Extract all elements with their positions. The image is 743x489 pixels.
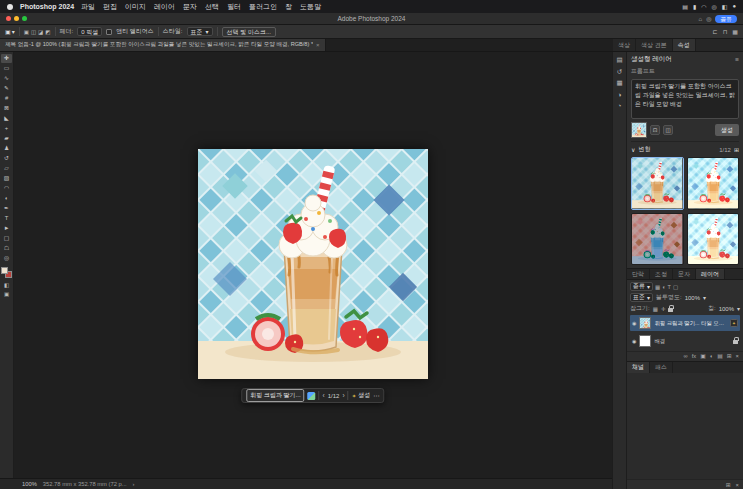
panel-tab[interactable]: 속성 [673,39,696,51]
taskbar-prompt-input[interactable]: 휘핑 크림과 딸기... [246,389,304,402]
workspace-switcher-icon[interactable]: ▦ [732,28,738,35]
healing-brush-tool[interactable]: + [1,124,12,133]
blur-tool[interactable]: ◠ [1,184,12,193]
opacity-value[interactable]: 100% [685,295,700,301]
delete-layer-icon[interactable]: × [736,354,739,360]
adjustment-layer-icon[interactable]: ◐ [710,354,714,360]
quick-selection-tool[interactable]: ✎ [1,84,12,93]
menu-item[interactable]: 창 [285,2,292,12]
panel-tab[interactable]: 조정 [650,269,673,279]
menu-item[interactable]: 선택 [205,2,219,12]
style-dropdown[interactable]: 표준▾ [187,27,213,36]
variation-grid-icon[interactable]: ◫ [663,125,673,135]
control-center-icon[interactable]: ◧ [722,3,728,10]
minimize-window-button[interactable] [14,16,19,21]
intersect-selection-icon[interactable]: ◩ [45,29,50,35]
panel-tab[interactable]: 채널 [627,362,650,373]
reference-image-icon[interactable] [308,392,316,400]
share-button[interactable]: 공유 [715,15,737,23]
menu-item[interactable]: 플러그인 [249,2,277,12]
spotlight-search-icon[interactable]: ◎ [711,3,716,10]
layer-mask-icon[interactable]: ▣ [700,354,705,360]
close-tab-icon[interactable]: × [316,42,320,48]
prompt-textarea[interactable]: 휘핑 크림과 딸기를 포함한 아이스크림 과일을 넣은 맛있는 밀크셰이크, 밝… [631,79,739,119]
document-canvas[interactable] [198,149,428,379]
display-icon[interactable]: ▤ [682,3,688,10]
menu-item[interactable]: 편집 [103,2,117,12]
feather-input[interactable]: 0 픽셀 [77,27,102,36]
layer-row-generative[interactable]: ◉ 휘핑 크림과 딸기... 타일 모양 배경 ✦ [630,315,740,331]
menu-item[interactable]: 도움말 [300,2,321,12]
lock-all-icon[interactable] [668,308,673,312]
variation-thumbnail-1[interactable] [631,157,684,210]
filter-type-layers-icon[interactable]: T [668,284,671,290]
lock-transparency-icon[interactable]: ▦ [653,306,658,312]
panel-tab[interactable]: 색상 견본 [636,39,673,51]
delete-channel-icon[interactable]: × [736,482,739,488]
new-selection-icon[interactable]: ▣ [24,29,29,35]
history-brush-tool[interactable]: ↺ [1,154,12,163]
layer-thumbnail[interactable] [639,335,651,347]
swatches-panel-icon[interactable]: ▦ [616,80,622,87]
expand-icon[interactable]: ∨ [631,146,635,153]
info-panel-icon[interactable]: ◔ [618,103,622,110]
panel-tab[interactable]: 레이어 [696,269,725,279]
new-layer-icon[interactable]: ⊞ [727,354,732,360]
move-tool[interactable]: ✛ [1,54,12,63]
lasso-tool[interactable]: ∿ [1,74,12,83]
layer-row-background[interactable]: ◉ 배경 [630,333,740,349]
quick-mask-icon[interactable]: ◧ [4,282,9,288]
wifi-icon[interactable]: ◠ [701,3,706,10]
taskbar-more-button[interactable]: ⋯ [373,392,380,400]
antialias-checkbox[interactable] [106,29,112,35]
filter-shape-layers-icon[interactable]: ▢ [673,284,678,290]
filter-adjustment-layers-icon[interactable]: ◐ [662,284,665,290]
eraser-tool[interactable]: ▱ [1,164,12,173]
marquee-tool[interactable]: ▭ [1,64,12,73]
brush-tool[interactable]: ▰ [1,134,12,143]
app-menu-title[interactable]: Photoshop 2024 [20,3,74,10]
layer-filter-dropdown[interactable]: 종류▾ [630,282,653,291]
variation-thumbnail-3[interactable] [631,213,684,266]
lock-position-icon[interactable]: ✛ [661,306,666,312]
next-variation-button[interactable]: › [342,392,344,399]
filter-pixel-layers-icon[interactable]: ▦ [655,284,660,290]
panel-tab[interactable]: 문자 [673,269,696,279]
new-channel-icon[interactable]: ⊞ [726,482,731,488]
menu-item[interactable]: 필터 [227,2,241,12]
variation-thumbnail-2[interactable] [687,157,740,210]
menu-item[interactable]: 문자 [183,2,197,12]
generated-layer-thumbnail[interactable] [631,122,647,138]
taskbar-generate-button[interactable]: ✦생성 [352,391,371,400]
select-and-mask-button[interactable]: 선택 및 마스크... [222,27,276,37]
layer-name[interactable]: 휘핑 크림과 딸기... 타일 모양 배경 [654,320,727,327]
libraries-panel-icon[interactable]: ▤ [616,57,622,64]
foreground-color-swatch[interactable] [1,267,8,274]
add-selection-icon[interactable]: ◫ [31,29,36,35]
distribute-icon[interactable]: ⊓ [723,28,728,35]
panel-menu-icon[interactable]: ≡ [735,56,739,63]
generate-button[interactable]: 생성 [715,124,739,136]
layer-name[interactable]: 배경 [654,338,730,345]
layer-effects-icon[interactable]: fx [692,354,697,360]
clone-stamp-tool[interactable]: ♟ [1,144,12,153]
apple-menu-icon[interactable] [7,4,13,10]
path-selection-tool[interactable]: ► [1,224,12,233]
help-search-icon[interactable]: ◎ [706,15,711,22]
zoom-level-field[interactable]: 100% [22,481,37,487]
zoom-tool[interactable]: ◎ [1,254,12,263]
visibility-eye-icon[interactable]: ◉ [632,338,636,344]
status-options-icon[interactable]: › [133,481,135,487]
canvas-area[interactable]: 휘핑 크림과 딸기... ‹ 1/12 › ✦생성 ⋯ [14,52,612,478]
dodge-tool[interactable]: ◐ [1,194,12,203]
document-tab[interactable]: 제목 없음-1 @ 100% (휘핑 크림과 딸기를 포함한 아이스크림 과일을… [0,39,326,51]
battery-icon[interactable]: ▮ [693,3,696,10]
menu-item[interactable]: 파일 [81,2,95,12]
menu-item[interactable]: 이미지 [125,2,146,12]
crop-tool[interactable]: # [1,94,12,103]
eyedropper-tool[interactable]: ◣ [1,114,12,123]
panel-tab[interactable]: 색상 [613,39,636,51]
panel-tab[interactable]: 패스 [650,362,673,373]
home-icon[interactable]: ⌂ [699,16,703,22]
type-tool[interactable]: T [1,214,12,223]
